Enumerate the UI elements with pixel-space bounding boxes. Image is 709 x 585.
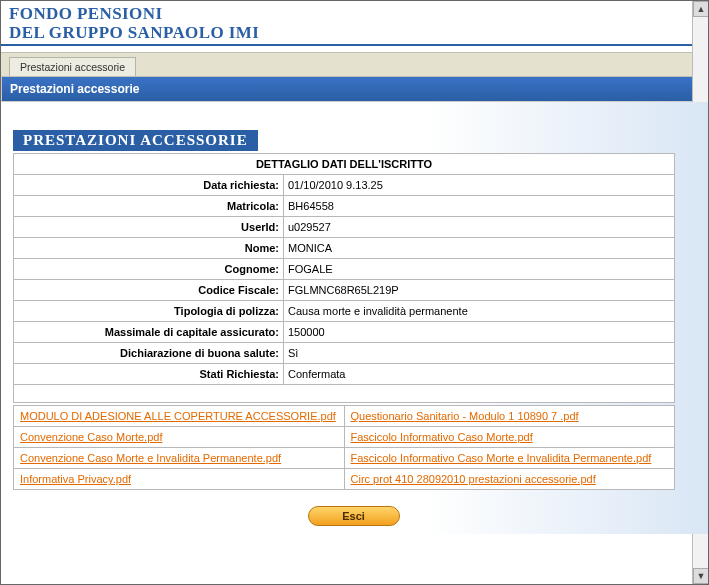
value-userid: u029527 <box>284 217 675 238</box>
label-tipologia: Tipologia di polizza: <box>14 301 284 322</box>
content-area: PRESTAZIONI ACCESSORIE DETTAGLIO DATI DE… <box>1 102 708 534</box>
detail-table: DETTAGLIO DATI DELL'ISCRITTO Data richie… <box>13 153 675 403</box>
header-line2: DEL GRUPPO SANPAOLO IMI <box>9 24 700 43</box>
link-modulo-adesione[interactable]: MODULO DI ADESIONE ALLE COPERTURE ACCESS… <box>20 410 336 422</box>
button-row: Esci <box>13 506 694 526</box>
links-row: Convenzione Caso Morte.pdf Fascicolo Inf… <box>14 427 675 448</box>
value-tipologia: Causa morte e invalidità permanente <box>284 301 675 322</box>
links-row: Convenzione Caso Morte e Invalidita Perm… <box>14 448 675 469</box>
label-massimale: Massimale di capitale assicurato: <box>14 322 284 343</box>
row-tipologia: Tipologia di polizza: Causa morte e inva… <box>14 301 675 322</box>
row-cognome: Cognome: FOGALE <box>14 259 675 280</box>
label-codice-fiscale: Codice Fiscale: <box>14 280 284 301</box>
links-table: MODULO DI ADESIONE ALLE COPERTURE ACCESS… <box>13 405 675 490</box>
link-informativa-privacy[interactable]: Informativa Privacy.pdf <box>20 473 131 485</box>
chevron-up-icon: ▲ <box>697 4 706 14</box>
scroll-up-button[interactable]: ▲ <box>693 1 709 17</box>
link-convenzione-invalidita[interactable]: Convenzione Caso Morte e Invalidita Perm… <box>20 452 281 464</box>
row-nome: Nome: MONICA <box>14 238 675 259</box>
label-nome: Nome: <box>14 238 284 259</box>
row-massimale: Massimale di capitale assicurato: 150000 <box>14 322 675 343</box>
row-stato: Stati Richiesta: Confermata <box>14 364 675 385</box>
row-userid: UserId: u029527 <box>14 217 675 238</box>
spacer-cell <box>14 385 675 403</box>
detail-header: DETTAGLIO DATI DELL'ISCRITTO <box>14 154 675 175</box>
tab-bar: Prestazioni accessorie <box>1 52 708 77</box>
link-fascicolo-invalidita[interactable]: Fascicolo Informativo Caso Morte e Inval… <box>351 452 652 464</box>
value-matricola: BH64558 <box>284 196 675 217</box>
esci-button[interactable]: Esci <box>308 506 400 526</box>
value-data-richiesta: 01/10/2010 9.13.25 <box>284 175 675 196</box>
row-data-richiesta: Data richiesta: 01/10/2010 9.13.25 <box>14 175 675 196</box>
value-cognome: FOGALE <box>284 259 675 280</box>
row-dichiarazione: Dichiarazione di buona salute: Sì <box>14 343 675 364</box>
link-circolare[interactable]: Circ prot 410 28092010 prestazioni acces… <box>351 473 596 485</box>
link-convenzione-caso-morte[interactable]: Convenzione Caso Morte.pdf <box>20 431 162 443</box>
scroll-down-button[interactable]: ▼ <box>693 568 709 584</box>
value-codice-fiscale: FGLMNC68R65L219P <box>284 280 675 301</box>
row-codice-fiscale: Codice Fiscale: FGLMNC68R65L219P <box>14 280 675 301</box>
links-row: MODULO DI ADESIONE ALLE COPERTURE ACCESS… <box>14 406 675 427</box>
label-userid: UserId: <box>14 217 284 238</box>
link-questionario-sanitario[interactable]: Questionario Sanitario - Modulo 1 10890 … <box>351 410 579 422</box>
links-row: Informativa Privacy.pdf Circ prot 410 28… <box>14 469 675 490</box>
label-data-richiesta: Data richiesta: <box>14 175 284 196</box>
value-massimale: 150000 <box>284 322 675 343</box>
value-nome: MONICA <box>284 238 675 259</box>
tab-prestazioni-accessorie[interactable]: Prestazioni accessorie <box>9 57 136 76</box>
label-cognome: Cognome: <box>14 259 284 280</box>
label-matricola: Matricola: <box>14 196 284 217</box>
value-stato: Confermata <box>284 364 675 385</box>
value-dichiarazione: Sì <box>284 343 675 364</box>
app-window: ▲ ▼ FONDO PENSIONI DEL GRUPPO SANPAOLO I… <box>0 0 709 585</box>
row-matricola: Matricola: BH64558 <box>14 196 675 217</box>
label-dichiarazione: Dichiarazione di buona salute: <box>14 343 284 364</box>
site-header: FONDO PENSIONI DEL GRUPPO SANPAOLO IMI <box>1 1 708 46</box>
label-stato: Stati Richiesta: <box>14 364 284 385</box>
section-title: PRESTAZIONI ACCESSORIE <box>13 130 258 151</box>
chevron-down-icon: ▼ <box>697 571 706 581</box>
header-line1: FONDO PENSIONI <box>9 5 700 24</box>
section-bar: Prestazioni accessorie <box>1 77 708 102</box>
link-fascicolo-caso-morte[interactable]: Fascicolo Informativo Caso Morte.pdf <box>351 431 533 443</box>
